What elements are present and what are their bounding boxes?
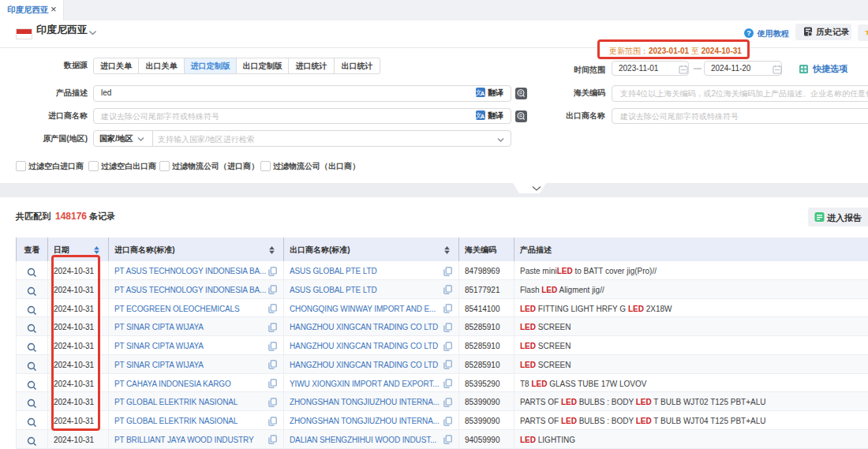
svg-text:A: A [481,113,485,120]
svg-text:A: A [481,90,485,97]
svg-text:?: ? [746,29,751,37]
